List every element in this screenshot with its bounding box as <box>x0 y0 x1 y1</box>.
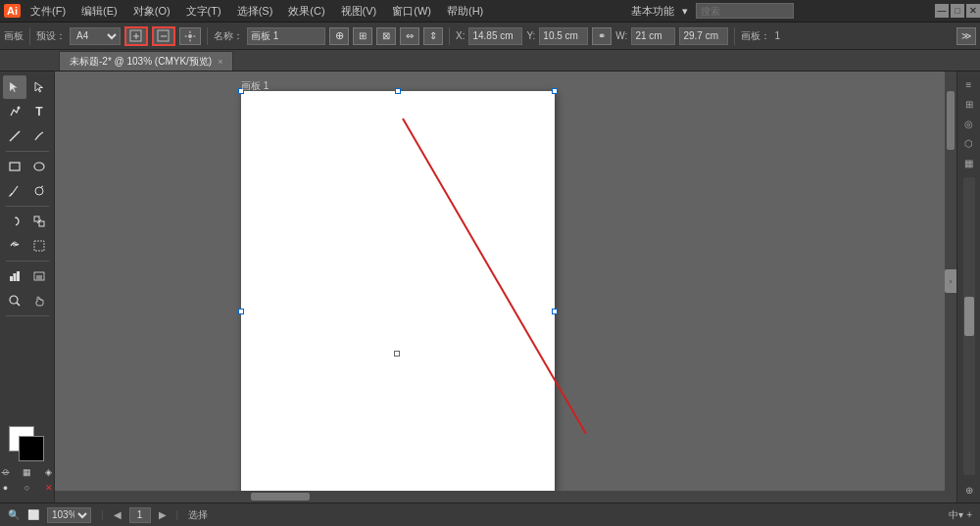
tool-sep-4 <box>6 315 49 316</box>
tool-row-1 <box>3 75 51 99</box>
divider-2 <box>207 27 208 45</box>
menu-help[interactable]: 帮助(H) <box>441 2 489 21</box>
right-panel-btn-4[interactable]: ⬡ <box>960 134 978 152</box>
w-label: W: <box>615 30 627 41</box>
move-icon[interactable]: ⊕ <box>329 27 349 45</box>
flip-v-icon[interactable]: ⇕ <box>423 27 443 45</box>
rotate-tool[interactable] <box>3 210 26 233</box>
handle-ml[interactable] <box>238 309 244 314</box>
svg-rect-11 <box>34 216 39 221</box>
zoom-select[interactable]: 103% 100% 50% 200% <box>47 507 91 523</box>
close-button[interactable]: ✕ <box>966 4 980 18</box>
nav-prev-button[interactable]: ◀ <box>114 509 122 520</box>
page-input[interactable] <box>129 507 151 523</box>
artboard-delete-button[interactable] <box>152 26 175 46</box>
artboard-add-button[interactable] <box>124 26 148 46</box>
horizontal-scroll-thumb[interactable] <box>251 493 310 501</box>
free-transform-tool[interactable] <box>27 234 51 258</box>
right-panel-scrollbar[interactable] <box>963 177 975 475</box>
tool-row-6 <box>3 210 51 233</box>
ai-logo: Ai <box>4 4 21 18</box>
svg-point-10 <box>35 187 43 195</box>
pencil-tool[interactable] <box>27 124 51 148</box>
svg-rect-12 <box>39 221 44 226</box>
canvas-area[interactable]: 画板 1 › <box>55 72 956 502</box>
right-panel-btn-1[interactable]: ≡ <box>960 75 978 93</box>
direct-select-tool[interactable] <box>27 75 51 99</box>
select-tool[interactable] <box>3 75 26 99</box>
h-input[interactable] <box>679 27 728 45</box>
x-label: X: <box>456 30 465 41</box>
ellipse-tool[interactable] <box>27 155 51 178</box>
menu-window[interactable]: 窗口(W) <box>386 2 437 21</box>
horizontal-scrollbar[interactable] <box>55 491 956 502</box>
right-panel-bottom-btn[interactable]: ⊕ <box>960 481 978 499</box>
link-xy-button[interactable]: ⚭ <box>592 27 612 45</box>
nav-next-button[interactable]: ▶ <box>159 509 167 520</box>
align-right-icon[interactable]: ⊠ <box>376 27 396 45</box>
svg-rect-8 <box>10 163 20 170</box>
hand-tool[interactable] <box>27 289 51 312</box>
menu-select[interactable]: 选择(S) <box>231 2 279 21</box>
right-panel-btn-2[interactable]: ⊞ <box>960 95 978 113</box>
blob-brush-tool[interactable] <box>27 179 51 203</box>
title-bar-center: 基本功能 ▾ <box>631 3 794 19</box>
color-mode-icon[interactable]: ● <box>0 481 15 495</box>
menu-view[interactable]: 视图(V) <box>335 2 383 21</box>
none-icon[interactable]: ⊘ <box>0 465 15 479</box>
color-boxes[interactable] <box>9 426 46 463</box>
artboard-name-input[interactable] <box>247 27 325 45</box>
flip-h-icon[interactable]: ⇔ <box>400 27 419 45</box>
warp-tool[interactable] <box>3 234 26 258</box>
restore-button[interactable]: □ <box>951 4 964 18</box>
tool-sep-1 <box>6 151 49 152</box>
type-tool[interactable]: T <box>27 100 51 123</box>
handle-mr[interactable] <box>552 309 558 314</box>
w-input[interactable] <box>631 27 675 45</box>
right-panel-btn-3[interactable]: ◎ <box>960 115 978 132</box>
preset-label: 预设： <box>36 29 66 43</box>
x-input[interactable] <box>468 27 522 45</box>
normal-mode-icon[interactable]: ○ <box>19 481 36 495</box>
menu-effect[interactable]: 效果(C) <box>282 2 330 21</box>
preset-select[interactable]: A4 A3 Letter <box>70 27 121 45</box>
panel-collapse-button[interactable]: › <box>945 269 956 293</box>
tool-row-3 <box>3 124 51 148</box>
stroke-color-box[interactable] <box>19 436 44 461</box>
status-bar: 🔍 ⬜ 103% 100% 50% 200% | ◀ ▶ | 选择 中▾ + <box>0 502 980 526</box>
menu-file[interactable]: 文件(F) <box>24 2 72 21</box>
rect-tool[interactable] <box>3 155 26 178</box>
tool-row-8 <box>3 264 51 288</box>
y-input[interactable] <box>539 27 588 45</box>
title-bar: Ai 文件(F) 编辑(E) 对象(O) 文字(T) 选择(S) 效果(C) 视… <box>0 0 980 23</box>
right-panel-btn-5[interactable]: ▦ <box>960 154 978 171</box>
tool-sep-2 <box>6 206 49 207</box>
menu-object[interactable]: 对象(O) <box>127 2 176 21</box>
graph-tool[interactable] <box>3 264 26 288</box>
artboard-count-label: 画板： <box>741 29 770 43</box>
minimize-button[interactable]: — <box>935 4 949 18</box>
workspace-dropdown-icon[interactable]: ▾ <box>682 5 688 18</box>
search-input[interactable] <box>696 3 794 19</box>
vertical-scrollbar[interactable]: › <box>945 72 956 491</box>
handle-tr[interactable] <box>552 88 558 94</box>
pen-tool[interactable] <box>3 100 26 123</box>
paintbrush-tool[interactable] <box>3 179 26 203</box>
vertical-scroll-thumb[interactable] <box>947 91 955 150</box>
document-tab[interactable]: 未标题-2* @ 103% (CMYK/预览) × <box>59 51 233 71</box>
scale-tool[interactable] <box>27 210 51 233</box>
page-indicator <box>129 507 151 523</box>
menu-text[interactable]: 文字(T) <box>180 2 227 21</box>
gradient-icon[interactable]: ▦ <box>19 465 36 479</box>
menu-edit[interactable]: 编辑(E) <box>75 2 123 21</box>
more-options-button[interactable]: ≫ <box>956 27 976 45</box>
workspace-label: 基本功能 <box>631 4 674 19</box>
handle-tc[interactable] <box>395 88 401 94</box>
align-left-icon[interactable]: ⊞ <box>353 27 372 45</box>
artboard-settings-button[interactable] <box>179 27 201 45</box>
tab-close-button[interactable]: × <box>218 57 222 67</box>
panel-label: 画板 <box>4 29 24 43</box>
column-graph-tool[interactable] <box>27 264 51 288</box>
zoom-tool[interactable] <box>3 289 26 312</box>
line-tool[interactable] <box>3 124 26 148</box>
